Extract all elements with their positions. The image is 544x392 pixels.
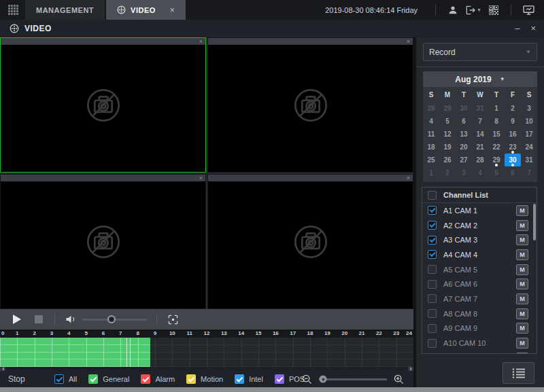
calendar-day[interactable]: 2 [439, 166, 456, 179]
calendar-day[interactable]: 1 [423, 166, 439, 179]
mark-button[interactable]: M [516, 308, 528, 319]
calendar-day[interactable]: 18 [423, 141, 439, 154]
calendar-day[interactable]: 22 [488, 141, 505, 154]
calendar-day[interactable]: 3 [521, 102, 537, 115]
calendar-day[interactable]: 15 [488, 128, 505, 141]
calendar-day[interactable]: 21 [472, 141, 488, 154]
calendar-day[interactable]: 6 [456, 115, 472, 128]
channel-checkbox[interactable] [428, 206, 437, 215]
stop-button[interactable] [30, 310, 48, 328]
calendar-day[interactable]: 3 [456, 166, 472, 179]
tab-close-icon[interactable]: × [170, 5, 175, 15]
user-icon[interactable] [444, 0, 462, 20]
channel-checkbox[interactable] [428, 339, 437, 348]
logout-icon[interactable]: ▼ [462, 0, 485, 20]
mark-button[interactable]: M [516, 279, 528, 289]
calendar-day[interactable]: 24 [521, 141, 537, 154]
calendar-day[interactable]: 29 [488, 154, 505, 166]
calendar-day[interactable]: 17 [521, 128, 537, 141]
calendar-day[interactable]: 12 [439, 128, 456, 141]
channel-checkbox[interactable] [428, 353, 437, 354]
calendar-day[interactable]: 9 [505, 115, 521, 128]
close-cell-icon[interactable]: × [199, 38, 203, 45]
zoom-in-icon[interactable] [394, 374, 404, 385]
close-cell-icon[interactable]: × [407, 175, 410, 181]
mark-button[interactable]: M [516, 264, 528, 275]
select-all-channels-checkbox[interactable] [428, 191, 437, 200]
tab-management[interactable]: MANAGEMENT [25, 0, 105, 20]
mark-button[interactable]: M [516, 353, 528, 354]
channel-checkbox[interactable] [428, 236, 437, 245]
channel-checkbox[interactable] [428, 294, 437, 303]
calendar-day[interactable]: 26 [439, 154, 456, 166]
calendar-day[interactable]: 7 [521, 166, 537, 179]
fullscreen-button[interactable] [164, 310, 182, 328]
calendar-day[interactable]: 1 [488, 102, 505, 115]
qr-code-icon[interactable] [485, 0, 503, 20]
calendar-day[interactable]: 28 [472, 154, 488, 166]
mark-button[interactable]: M [516, 220, 528, 231]
calendar-day[interactable]: 31 [472, 102, 488, 115]
calendar-day[interactable]: 5 [488, 166, 505, 179]
channel-checkbox[interactable] [428, 309, 437, 318]
calendar-day[interactable]: 13 [456, 128, 472, 141]
calendar-day[interactable]: 31 [521, 154, 537, 166]
record-type-dropdown[interactable]: Record ▼ [423, 43, 537, 61]
channel-checkbox[interactable] [428, 324, 437, 333]
mark-button[interactable]: M [516, 234, 528, 245]
video-cell-4[interactable]: × [207, 174, 413, 309]
calendar-day[interactable]: 23 [505, 141, 521, 154]
calendar-day[interactable]: 7 [472, 115, 488, 128]
mark-button[interactable]: M [516, 249, 528, 260]
channel-list-scrollbar[interactable] [533, 204, 536, 240]
calendar-day[interactable]: 11 [423, 128, 439, 141]
zoom-out-icon[interactable] [302, 374, 312, 385]
file-list-button[interactable] [503, 362, 534, 384]
zoom-slider[interactable] [319, 378, 387, 380]
checkbox-alarm[interactable] [141, 374, 150, 384]
calendar-day[interactable]: 20 [456, 141, 472, 154]
calendar-day[interactable]: 14 [472, 128, 488, 141]
mark-button[interactable]: M [516, 338, 528, 349]
play-button[interactable] [8, 310, 26, 328]
mark-button[interactable]: M [516, 293, 528, 304]
video-cell-2[interactable]: × [207, 37, 413, 173]
volume-icon[interactable] [62, 310, 80, 328]
zoom-knob[interactable] [320, 376, 327, 383]
calendar-day[interactable]: 10 [521, 115, 537, 128]
close-cell-icon[interactable]: × [199, 175, 203, 181]
calendar-day[interactable]: 6 [505, 166, 521, 179]
mark-button[interactable]: M [516, 205, 528, 216]
calendar-day[interactable]: 25 [423, 154, 439, 166]
volume-knob[interactable] [107, 315, 116, 323]
calendar-day[interactable]: 16 [505, 128, 521, 141]
checkbox-general[interactable] [88, 374, 98, 384]
checkbox-motion[interactable] [186, 374, 196, 384]
calendar-day[interactable]: 30 [505, 154, 521, 166]
calendar-day[interactable]: 29 [439, 102, 456, 115]
calendar-day[interactable]: 4 [423, 115, 439, 128]
checkbox-all[interactable] [54, 374, 64, 384]
video-cell-1[interactable]: × [0, 37, 206, 173]
minimize-icon[interactable]: – [515, 20, 520, 37]
volume-slider[interactable] [82, 319, 147, 321]
tab-video[interactable]: VIDEO× [106, 0, 186, 20]
calendar-day[interactable]: 2 [505, 102, 521, 115]
calendar-month-selector[interactable]: Aug 2019 ▼ [423, 71, 537, 87]
timeline-ruler[interactable]: 0123456789101112131415161718192021222324 [0, 329, 413, 338]
monitor-icon[interactable] [520, 0, 537, 20]
timeline-tracks[interactable] [0, 338, 413, 367]
channel-checkbox[interactable] [428, 280, 437, 289]
calendar-day[interactable]: 28 [423, 102, 439, 115]
channel-checkbox[interactable] [428, 221, 437, 230]
close-cell-icon[interactable]: × [407, 38, 410, 45]
calendar-day[interactable]: 8 [488, 115, 505, 128]
calendar-day[interactable]: 19 [439, 141, 456, 154]
apps-grid-icon[interactable] [0, 0, 25, 20]
video-cell-3[interactable]: × [0, 174, 206, 309]
checkbox-intel[interactable] [235, 374, 244, 384]
calendar-day[interactable]: 5 [439, 115, 456, 128]
checkbox-pos[interactable] [275, 374, 284, 384]
calendar-day[interactable]: 30 [456, 102, 472, 115]
channel-checkbox[interactable] [428, 265, 437, 274]
